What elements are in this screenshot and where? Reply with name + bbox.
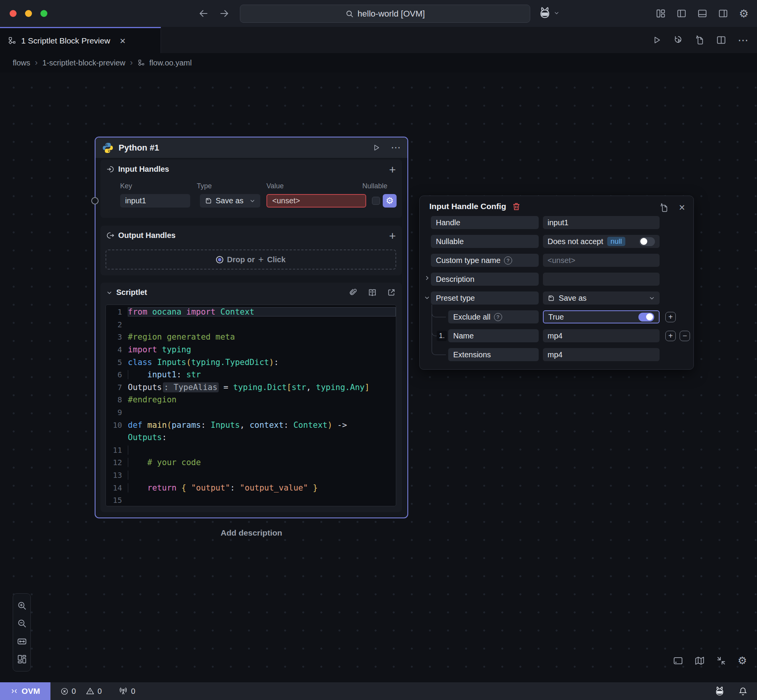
assistant-status-icon[interactable] (714, 686, 725, 697)
add-description-button[interactable]: Add description (95, 528, 408, 538)
run-node-icon[interactable] (372, 144, 380, 152)
config-value-preset-type[interactable]: Save as (543, 291, 660, 305)
code-editor[interactable]: 1from oocana import Context2 3#region ge… (106, 305, 396, 506)
tab-close-icon[interactable]: × (120, 37, 126, 45)
rerun-icon[interactable] (673, 35, 683, 45)
code-line[interactable]: 12 # your code (106, 456, 396, 469)
open-in-editor-icon[interactable] (659, 203, 669, 213)
toggle-panel-icon[interactable] (673, 656, 683, 666)
column-type: Type (197, 182, 212, 190)
nullable-toggle[interactable] (639, 237, 655, 246)
open-file-icon[interactable] (695, 35, 705, 45)
toggle-panel-icon[interactable] (697, 8, 707, 18)
fit-view-icon[interactable] (17, 636, 27, 646)
notifications-bell-icon[interactable] (738, 687, 748, 696)
add-input-handle-button[interactable]: + (389, 163, 396, 176)
collapse-view-icon[interactable] (716, 656, 726, 666)
errors-status[interactable]: 0 (60, 687, 76, 696)
canvas-settings-gear-icon[interactable]: ⚙ (738, 655, 747, 667)
close-panel-icon[interactable]: × (679, 202, 685, 214)
code-line[interactable]: 8#endregion (106, 394, 396, 406)
config-value-custom-type[interactable]: <unset> (543, 254, 660, 267)
handle-value-input[interactable]: <unset> (266, 194, 366, 208)
code-line[interactable]: 4import typing (106, 343, 396, 356)
code-line[interactable]: 9 (106, 406, 396, 419)
code-line[interactable]: 7Outputs: TypeAlias = typing.Dict[str, t… (106, 381, 396, 394)
handle-type-select[interactable]: Save as (200, 194, 260, 208)
code-line[interactable]: 10def main(params: Inputs, context: Cont… (106, 419, 396, 431)
settings-gear-icon[interactable]: ⚙ (739, 7, 749, 20)
nullable-checkbox[interactable] (372, 197, 380, 205)
node-header[interactable]: Python #1 ⋯ (95, 137, 407, 158)
add-item-button[interactable]: + (665, 312, 676, 322)
config-value-description[interactable] (543, 273, 660, 286)
zoom-in-icon[interactable] (17, 601, 27, 611)
column-key: Key (120, 182, 132, 190)
dropzone-click-text: Click (267, 255, 286, 264)
close-window-button[interactable] (10, 10, 17, 17)
code-line[interactable]: 1from oocana import Context (106, 306, 396, 318)
customize-layout-icon[interactable] (656, 8, 666, 18)
config-label-description: Description (431, 273, 539, 286)
code-line[interactable]: 6 input1: str (106, 368, 396, 381)
node-menu-icon[interactable]: ⋯ (391, 142, 401, 154)
code-line[interactable]: 15 (106, 494, 396, 506)
code-line[interactable]: 5class Inputs(typing.TypedDict): (106, 356, 396, 368)
tab-scriptlet-block-preview[interactable]: 1 Scriptlet Block Preview × (0, 27, 161, 53)
remove-item-button[interactable]: − (680, 331, 690, 341)
code-line[interactable]: 11 (106, 444, 396, 457)
config-value-extensions[interactable]: mp4 (543, 348, 660, 361)
attach-icon[interactable] (349, 288, 358, 297)
config-value-name[interactable]: mp4 (543, 329, 660, 342)
search-text: hello-world [OVM] (358, 9, 425, 19)
output-dropzone[interactable]: Drop or + Click (106, 250, 396, 270)
zoom-out-icon[interactable] (17, 618, 27, 628)
exclude-all-toggle[interactable] (638, 313, 654, 322)
output-handles-section: Output Handles + Drop or + Click (100, 226, 402, 275)
expand-description-icon[interactable] (424, 275, 430, 281)
input-port-handle[interactable] (91, 197, 99, 204)
assistant-menu[interactable] (538, 6, 559, 19)
maximize-window-button[interactable] (40, 10, 47, 17)
code-line[interactable]: 2 (106, 318, 396, 331)
code-line[interactable]: Outputs: (106, 431, 396, 444)
remote-indicator[interactable]: OVM (0, 682, 50, 700)
code-line[interactable]: 13 (106, 469, 396, 482)
split-editor-icon[interactable] (716, 35, 726, 45)
minimize-window-button[interactable] (25, 10, 32, 17)
minimap-icon[interactable] (695, 656, 705, 666)
toggle-sidebar-icon[interactable] (677, 8, 687, 18)
forward-button[interactable] (219, 8, 229, 19)
add-item-button[interactable]: + (665, 331, 676, 341)
back-button[interactable] (198, 8, 209, 19)
breadcrumb-item-flow-folder[interactable]: 1-scriptlet-block-preview (42, 59, 126, 67)
breadcrumb-item-flows[interactable]: flows (13, 59, 30, 67)
remote-icon (10, 687, 18, 695)
auto-layout-icon[interactable] (17, 654, 27, 664)
collapse-preset-icon[interactable] (424, 295, 430, 301)
warnings-status[interactable]: 0 (86, 687, 102, 696)
command-center-search[interactable]: hello-world [OVM] (240, 5, 530, 23)
config-value-exclude-all[interactable]: True (543, 310, 660, 323)
breadcrumb-item-file[interactable]: flow.oo.yaml (149, 59, 192, 67)
warning-icon (86, 687, 94, 695)
help-icon[interactable]: ? (504, 256, 512, 265)
delete-handle-icon[interactable] (512, 202, 521, 211)
open-external-icon[interactable] (387, 288, 396, 297)
input-handle-config-panel: Input Handle Config × Handle input1 Null… (419, 196, 694, 370)
config-value-handle[interactable]: input1 (543, 216, 660, 229)
code-line[interactable]: 3#region generated meta (106, 331, 396, 343)
help-icon[interactable]: ? (494, 313, 502, 321)
more-actions-icon[interactable]: ⋯ (738, 34, 749, 47)
handle-config-gear-button[interactable]: ⚙ (383, 194, 397, 208)
ports-status[interactable]: 0 (119, 687, 135, 696)
python-node-card[interactable]: Python #1 ⋯ Input Handles + Key Type Val… (95, 137, 408, 518)
add-output-handle-button[interactable]: + (389, 229, 396, 243)
handle-key-input[interactable]: input1 (120, 194, 190, 208)
code-line[interactable]: 14 return { "output": "output_value" } (106, 481, 396, 494)
run-flow-icon[interactable] (652, 35, 662, 45)
collapse-chevron-icon[interactable] (106, 290, 112, 296)
config-value-nullable[interactable]: Does not accept null (543, 235, 660, 248)
docs-book-icon[interactable] (368, 288, 377, 297)
toggle-secondary-sidebar-icon[interactable] (718, 8, 728, 18)
